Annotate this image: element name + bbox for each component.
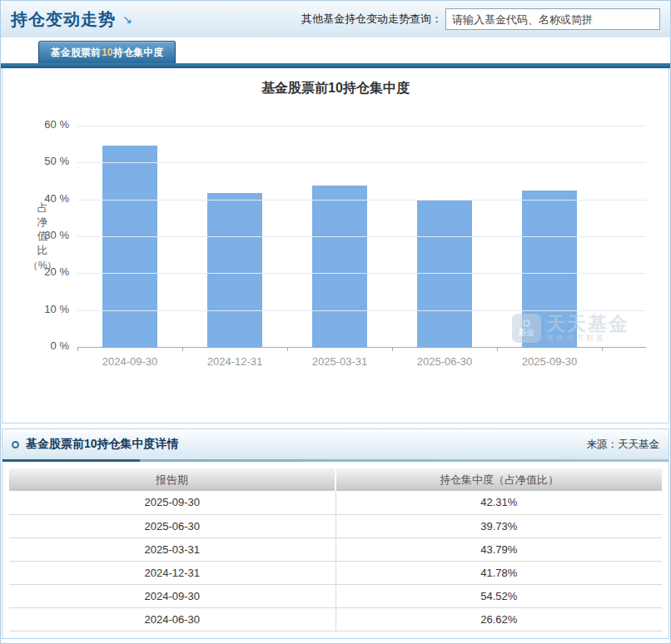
- table-row: 2024-06-3026.62%: [9, 607, 662, 631]
- y-axis-title-char: 净: [37, 215, 48, 229]
- x-axis-line: [77, 347, 646, 348]
- cell-concentration: 39.73%: [336, 514, 662, 537]
- chart-panel: 基金股票前10持仓集中度 占净值比（%） 2024-09-302024-12-3…: [2, 68, 669, 424]
- cell-report-date: 2025-06-30: [9, 514, 336, 537]
- holdings-table: 报告期 持仓集中度（占净值比） 2025-09-3042.31%2025-06-…: [9, 468, 662, 632]
- page-title: 持仓变动走势: [11, 8, 116, 31]
- tab-label-pre: 基金股票前: [51, 46, 101, 60]
- table-row: 2024-12-3141.78%: [9, 561, 662, 584]
- x-tick-label: 2024-12-31: [182, 355, 287, 368]
- arrow-icon: ↘: [122, 12, 132, 26]
- top-header-bar: 持仓变动走势 ↘ 其他基金持仓变动走势查询：: [1, 1, 670, 37]
- y-tick-label: 60 %: [17, 118, 69, 131]
- x-axis-tick: [77, 348, 78, 351]
- chart-title: 基金股票前10持仓集中度: [2, 80, 669, 97]
- chart-bar: [312, 186, 367, 347]
- y-tick-label: 40 %: [17, 192, 69, 205]
- details-panel: 基金股票前10持仓集中度详情 来源：天天基金 报告期 持仓集中度（占净值比） 2…: [2, 429, 669, 639]
- y-tick-label: 10 %: [17, 303, 69, 315]
- cell-concentration: 54.52%: [336, 584, 662, 607]
- x-tick-label: 2025-03-31: [287, 355, 392, 368]
- cell-concentration: 43.79%: [336, 537, 662, 561]
- grid-line: [77, 162, 646, 163]
- table-row: 2025-03-3143.79%: [9, 537, 662, 561]
- cell-concentration: 42.31%: [336, 491, 662, 514]
- section-header: 基金股票前10持仓集中度详情 来源：天天基金: [2, 429, 669, 459]
- fund-search-input[interactable]: [445, 8, 660, 30]
- page: 持仓变动走势 ↘ 其他基金持仓变动走势查询： 基金股票前 10 持仓集中度 基金…: [0, 0, 671, 644]
- tab-label-post: 持仓集中度: [113, 46, 163, 60]
- cell-report-date: 2024-06-30: [9, 607, 336, 631]
- section-title: 基金股票前10持仓集中度详情: [26, 437, 179, 452]
- tab-label-num: 10: [101, 47, 113, 58]
- y-tick-label: 20 %: [17, 265, 69, 278]
- table-header-row: 报告期 持仓集中度（占净值比）: [9, 468, 662, 491]
- tab-strip: 基金股票前 10 持仓集中度: [1, 37, 670, 63]
- cell-report-date: 2024-12-31: [9, 561, 336, 584]
- x-axis-labels: 2024-09-302024-12-312025-03-312025-06-30…: [77, 355, 602, 368]
- chart-bar: [522, 191, 577, 347]
- table-row: 2025-09-3042.31%: [9, 491, 662, 514]
- x-axis-tick: [497, 348, 498, 351]
- cell-report-date: 2024-09-30: [9, 584, 336, 607]
- tab-top10-concentration[interactable]: 基金股票前 10 持仓集中度: [38, 41, 176, 63]
- x-tick-label: 2025-09-30: [497, 355, 602, 368]
- y-tick-label: 0 %: [17, 339, 69, 352]
- col-header-concentration: 持仓集中度（占净值比）: [336, 468, 662, 491]
- grid-line: [77, 126, 646, 126]
- y-tick-label: 30 %: [17, 229, 69, 241]
- y-tick-label: 50 %: [17, 155, 69, 167]
- section-underline: [2, 459, 669, 462]
- source-label: 来源：天天基金: [587, 438, 660, 452]
- x-tick-label: 2024-09-30: [77, 355, 182, 368]
- grid-line: [77, 310, 646, 311]
- x-axis-tick: [287, 348, 288, 351]
- fund-query-label: 其他基金持仓变动走势查询：: [301, 12, 442, 27]
- cell-concentration: 26.62%: [336, 607, 662, 631]
- x-axis-tick: [392, 348, 393, 351]
- grid-line: [77, 273, 646, 274]
- col-header-report-period: 报告期: [9, 468, 336, 491]
- x-tick-label: 2025-06-30: [392, 355, 497, 368]
- cell-concentration: 41.78%: [336, 561, 662, 584]
- x-axis-tick: [602, 348, 603, 351]
- cell-report-date: 2025-03-31: [9, 537, 336, 561]
- table-row: 2025-06-3039.73%: [9, 514, 662, 537]
- y-axis-title-char: 比: [37, 243, 48, 257]
- cell-report-date: 2025-09-30: [9, 491, 336, 514]
- grid-line: [77, 200, 646, 201]
- chart-plot: 2024-09-302024-12-312025-03-312025-06-30…: [77, 126, 646, 385]
- ring-icon: [12, 441, 19, 448]
- table-row: 2024-09-3054.52%: [9, 584, 662, 607]
- x-axis-tick: [182, 348, 183, 351]
- chart-bar: [102, 146, 157, 347]
- chart-bar: [207, 193, 262, 347]
- chart-body: 占净值比（%） 2024-09-302024-12-312025-03-3120…: [2, 126, 669, 385]
- grid-line: [77, 236, 646, 237]
